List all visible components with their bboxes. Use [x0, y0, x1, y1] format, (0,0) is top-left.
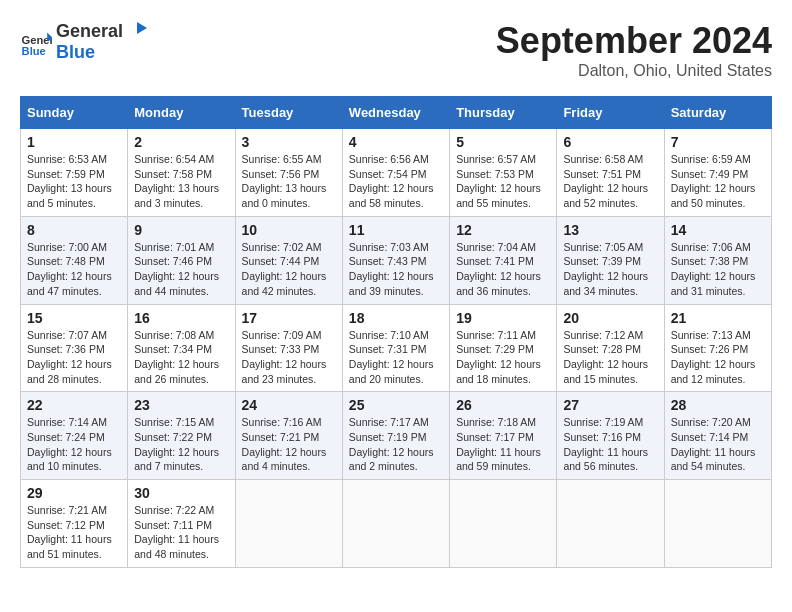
day-number: 30	[134, 485, 228, 501]
day-number: 12	[456, 222, 550, 238]
sunset-label: Sunset: 7:16 PM	[563, 431, 641, 443]
day-info: Sunrise: 7:06 AM Sunset: 7:38 PM Dayligh…	[671, 240, 765, 299]
day-info: Sunrise: 6:58 AM Sunset: 7:51 PM Dayligh…	[563, 152, 657, 211]
page-header: General Blue General Blue September 2024…	[20, 20, 772, 80]
day-info: Sunrise: 7:16 AM Sunset: 7:21 PM Dayligh…	[242, 415, 336, 474]
logo-general-text: General	[56, 21, 123, 42]
daylight-label: Daylight: 11 hours and 59 minutes.	[456, 446, 541, 473]
sunrise-label: Sunrise: 6:56 AM	[349, 153, 429, 165]
logo-blue-text: Blue	[56, 42, 95, 62]
day-number: 13	[563, 222, 657, 238]
daylight-label: Daylight: 13 hours and 0 minutes.	[242, 182, 327, 209]
calendar-cell: 4 Sunrise: 6:56 AM Sunset: 7:54 PM Dayli…	[342, 129, 449, 217]
day-info: Sunrise: 6:54 AM Sunset: 7:58 PM Dayligh…	[134, 152, 228, 211]
daylight-label: Daylight: 12 hours and 50 minutes.	[671, 182, 756, 209]
daylight-label: Daylight: 11 hours and 56 minutes.	[563, 446, 648, 473]
calendar-cell: 6 Sunrise: 6:58 AM Sunset: 7:51 PM Dayli…	[557, 129, 664, 217]
sunrise-label: Sunrise: 7:16 AM	[242, 416, 322, 428]
day-number: 6	[563, 134, 657, 150]
calendar-header-row: Sunday Monday Tuesday Wednesday Thursday…	[21, 97, 772, 129]
day-info: Sunrise: 7:21 AM Sunset: 7:12 PM Dayligh…	[27, 503, 121, 562]
calendar-cell: 13 Sunrise: 7:05 AM Sunset: 7:39 PM Dayl…	[557, 216, 664, 304]
day-info: Sunrise: 7:01 AM Sunset: 7:46 PM Dayligh…	[134, 240, 228, 299]
sunset-label: Sunset: 7:19 PM	[349, 431, 427, 443]
calendar-cell: 27 Sunrise: 7:19 AM Sunset: 7:16 PM Dayl…	[557, 392, 664, 480]
day-number: 3	[242, 134, 336, 150]
daylight-label: Daylight: 13 hours and 3 minutes.	[134, 182, 219, 209]
day-number: 11	[349, 222, 443, 238]
header-tuesday: Tuesday	[235, 97, 342, 129]
day-number: 21	[671, 310, 765, 326]
sunrise-label: Sunrise: 7:01 AM	[134, 241, 214, 253]
sunrise-label: Sunrise: 6:58 AM	[563, 153, 643, 165]
sunset-label: Sunset: 7:26 PM	[671, 343, 749, 355]
calendar-cell: 22 Sunrise: 7:14 AM Sunset: 7:24 PM Dayl…	[21, 392, 128, 480]
sunrise-label: Sunrise: 7:22 AM	[134, 504, 214, 516]
calendar-cell: 18 Sunrise: 7:10 AM Sunset: 7:31 PM Dayl…	[342, 304, 449, 392]
calendar-cell: 28 Sunrise: 7:20 AM Sunset: 7:14 PM Dayl…	[664, 392, 771, 480]
calendar-week-2: 8 Sunrise: 7:00 AM Sunset: 7:48 PM Dayli…	[21, 216, 772, 304]
calendar-week-4: 22 Sunrise: 7:14 AM Sunset: 7:24 PM Dayl…	[21, 392, 772, 480]
month-title: September 2024	[496, 20, 772, 62]
header-wednesday: Wednesday	[342, 97, 449, 129]
daylight-label: Daylight: 12 hours and 2 minutes.	[349, 446, 434, 473]
day-info: Sunrise: 7:08 AM Sunset: 7:34 PM Dayligh…	[134, 328, 228, 387]
calendar-cell: 24 Sunrise: 7:16 AM Sunset: 7:21 PM Dayl…	[235, 392, 342, 480]
day-info: Sunrise: 7:07 AM Sunset: 7:36 PM Dayligh…	[27, 328, 121, 387]
sunset-label: Sunset: 7:31 PM	[349, 343, 427, 355]
calendar-cell: 12 Sunrise: 7:04 AM Sunset: 7:41 PM Dayl…	[450, 216, 557, 304]
sunset-label: Sunset: 7:34 PM	[134, 343, 212, 355]
sunrise-label: Sunrise: 6:54 AM	[134, 153, 214, 165]
sunrise-label: Sunrise: 6:53 AM	[27, 153, 107, 165]
sunset-label: Sunset: 7:24 PM	[27, 431, 105, 443]
sunset-label: Sunset: 7:59 PM	[27, 168, 105, 180]
sunset-label: Sunset: 7:46 PM	[134, 255, 212, 267]
logo: General Blue General Blue	[20, 20, 147, 63]
day-number: 20	[563, 310, 657, 326]
calendar-cell: 9 Sunrise: 7:01 AM Sunset: 7:46 PM Dayli…	[128, 216, 235, 304]
sunset-label: Sunset: 7:28 PM	[563, 343, 641, 355]
day-info: Sunrise: 7:13 AM Sunset: 7:26 PM Dayligh…	[671, 328, 765, 387]
sunrise-label: Sunrise: 7:02 AM	[242, 241, 322, 253]
day-info: Sunrise: 7:17 AM Sunset: 7:19 PM Dayligh…	[349, 415, 443, 474]
location: Dalton, Ohio, United States	[496, 62, 772, 80]
daylight-label: Daylight: 12 hours and 31 minutes.	[671, 270, 756, 297]
daylight-label: Daylight: 12 hours and 34 minutes.	[563, 270, 648, 297]
day-info: Sunrise: 6:56 AM Sunset: 7:54 PM Dayligh…	[349, 152, 443, 211]
calendar-cell	[664, 480, 771, 568]
sunset-label: Sunset: 7:38 PM	[671, 255, 749, 267]
calendar-cell: 2 Sunrise: 6:54 AM Sunset: 7:58 PM Dayli…	[128, 129, 235, 217]
sunrise-label: Sunrise: 7:19 AM	[563, 416, 643, 428]
day-number: 22	[27, 397, 121, 413]
calendar-table: Sunday Monday Tuesday Wednesday Thursday…	[20, 96, 772, 568]
daylight-label: Daylight: 12 hours and 15 minutes.	[563, 358, 648, 385]
calendar-cell	[450, 480, 557, 568]
calendar-cell: 19 Sunrise: 7:11 AM Sunset: 7:29 PM Dayl…	[450, 304, 557, 392]
sunrise-label: Sunrise: 7:07 AM	[27, 329, 107, 341]
daylight-label: Daylight: 12 hours and 39 minutes.	[349, 270, 434, 297]
day-info: Sunrise: 6:59 AM Sunset: 7:49 PM Dayligh…	[671, 152, 765, 211]
logo-icon: General Blue	[20, 26, 52, 58]
day-number: 23	[134, 397, 228, 413]
day-info: Sunrise: 7:11 AM Sunset: 7:29 PM Dayligh…	[456, 328, 550, 387]
sunrise-label: Sunrise: 6:55 AM	[242, 153, 322, 165]
sunset-label: Sunset: 7:21 PM	[242, 431, 320, 443]
sunrise-label: Sunrise: 6:59 AM	[671, 153, 751, 165]
day-info: Sunrise: 7:02 AM Sunset: 7:44 PM Dayligh…	[242, 240, 336, 299]
day-number: 9	[134, 222, 228, 238]
calendar-cell: 10 Sunrise: 7:02 AM Sunset: 7:44 PM Dayl…	[235, 216, 342, 304]
sunset-label: Sunset: 7:33 PM	[242, 343, 320, 355]
daylight-label: Daylight: 12 hours and 23 minutes.	[242, 358, 327, 385]
day-number: 14	[671, 222, 765, 238]
day-number: 27	[563, 397, 657, 413]
calendar-cell: 30 Sunrise: 7:22 AM Sunset: 7:11 PM Dayl…	[128, 480, 235, 568]
calendar-cell: 16 Sunrise: 7:08 AM Sunset: 7:34 PM Dayl…	[128, 304, 235, 392]
day-info: Sunrise: 7:20 AM Sunset: 7:14 PM Dayligh…	[671, 415, 765, 474]
daylight-label: Daylight: 12 hours and 20 minutes.	[349, 358, 434, 385]
sunset-label: Sunset: 7:39 PM	[563, 255, 641, 267]
daylight-label: Daylight: 12 hours and 4 minutes.	[242, 446, 327, 473]
daylight-label: Daylight: 12 hours and 26 minutes.	[134, 358, 219, 385]
day-number: 28	[671, 397, 765, 413]
day-number: 15	[27, 310, 121, 326]
calendar-week-3: 15 Sunrise: 7:07 AM Sunset: 7:36 PM Dayl…	[21, 304, 772, 392]
